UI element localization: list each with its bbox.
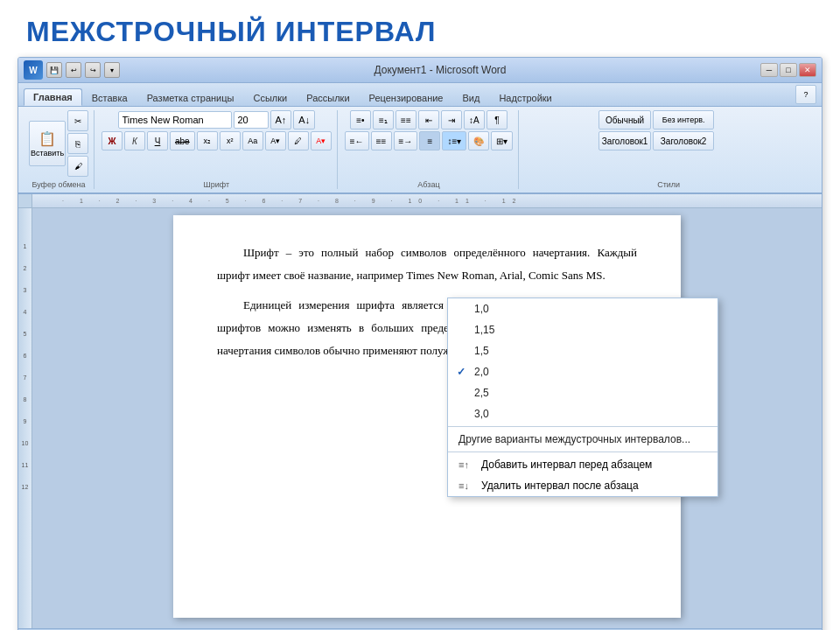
highlight-btn[interactable]: 🖊 <box>288 131 309 150</box>
tab-home[interactable]: Главная <box>24 88 82 106</box>
numbering-btn[interactable]: ≡₁ <box>373 110 394 130</box>
heading2-btn[interactable]: Заголовок2 <box>653 131 714 150</box>
align-justify-btn[interactable]: ≡ <box>419 131 440 150</box>
tab-mailings[interactable]: Рассылки <box>297 89 359 106</box>
ruler-horizontal: · 1 · 2 · 3 · 4 · 5 · 6 · 7 · 8 · 9 · 10… <box>32 194 822 208</box>
align-left-btn[interactable]: ≡← <box>345 131 369 150</box>
font-size-input[interactable] <box>234 111 269 129</box>
word-window: W 💾 ↩ ↪ ▾ Документ1 - Microsoft Word ─ □… <box>18 57 822 630</box>
dropdown-separator-2 <box>448 452 718 452</box>
subscript-btn[interactable]: x₂ <box>197 131 218 150</box>
italic-btn[interactable]: К <box>124 131 145 150</box>
heading1-btn[interactable]: Заголовок1 <box>598 131 651 150</box>
underline-btn[interactable]: Ч <box>147 131 168 150</box>
copy-btn[interactable]: ⎘ <box>67 133 88 154</box>
spacing-2-0[interactable]: 2,0 <box>448 361 718 382</box>
shading-btn[interactable]: 🎨 <box>468 131 489 150</box>
format-painter-btn[interactable]: 🖌 <box>67 156 88 177</box>
ribbon-toolbar: 📋 Вставить ✂ ⎘ 🖌 Буфер обмена A↑ A↓ Ж <box>18 107 822 194</box>
customize-btn[interactable]: ▾ <box>104 62 120 78</box>
tab-layout[interactable]: Разметка страницы <box>137 89 244 106</box>
quick-save-btn[interactable]: 💾 <box>46 62 62 78</box>
paragraph-group-label: Абзац <box>417 178 439 189</box>
page-title: МЕЖСТРОЧНЫЙ ИНТЕРВАЛ <box>0 0 840 57</box>
tab-view[interactable]: Вид <box>453 89 490 106</box>
tab-insert[interactable]: Вставка <box>82 89 137 106</box>
spacing-1-5[interactable]: 1,5 <box>448 340 718 361</box>
font-group-label: Шрифт <box>204 178 230 189</box>
paragraph-row1: ≡• ≡₁ ≡≡ ⇤ ⇥ ↕A ¶ <box>350 110 508 130</box>
help-btn[interactable]: ? <box>795 85 816 104</box>
dropdown-separator-1 <box>448 426 718 427</box>
add-before-icon: ≡↑ <box>458 459 474 470</box>
other-spacing-options[interactable]: Другие варианты междустрочных интервалов… <box>448 429 718 450</box>
align-center-btn[interactable]: ≡≡ <box>371 131 392 150</box>
bold-btn[interactable]: Ж <box>102 131 122 150</box>
undo-btn[interactable]: ↩ <box>66 62 81 78</box>
line-spacing-dropdown: 1,0 1,15 1,5 2,0 2,5 3,0 Другие варианты… <box>447 298 718 497</box>
font-group: A↑ A↓ Ж К Ч abe x₂ x² Aa A▾ 🖊 A▾ Шрифт <box>96 110 338 189</box>
increase-indent-btn[interactable]: ⇥ <box>441 110 462 130</box>
ruler-vertical: 123456789101112 <box>18 208 32 628</box>
shrink-font-btn[interactable]: A↓ <box>293 110 315 130</box>
decrease-indent-btn[interactable]: ⇤ <box>418 110 439 130</box>
font-row1: A↑ A↓ <box>118 110 316 130</box>
spacing-3-0[interactable]: 3,0 <box>448 403 718 424</box>
line-spacing-btn[interactable]: ↕≡▾ <box>442 131 466 150</box>
paragraph-1: Шрифт – это полный набор символов опреде… <box>217 242 637 287</box>
paste-icon: 📋 <box>38 130 56 147</box>
align-right-btn[interactable]: ≡→ <box>394 131 418 150</box>
no-spacing-btn[interactable]: Без интерв. <box>653 110 714 130</box>
bullets-btn[interactable]: ≡• <box>350 110 371 130</box>
minimize-btn[interactable]: ─ <box>760 63 778 77</box>
font-name-input[interactable] <box>118 111 232 129</box>
remove-after-label: Удалить интервал после абзаца <box>481 480 639 492</box>
borders-btn[interactable]: ⊞▾ <box>491 131 513 150</box>
add-before-label: Добавить интервал перед абзацем <box>481 458 652 471</box>
redo-btn[interactable]: ↪ <box>85 62 101 78</box>
clear-format-btn[interactable]: Aa <box>242 131 263 150</box>
font-row2: Ж К Ч abe x₂ x² Aa A▾ 🖊 A▾ <box>102 131 332 150</box>
normal-style-btn[interactable]: Обычный <box>598 110 651 130</box>
maximize-btn[interactable]: □ <box>780 63 797 77</box>
styles-group-label: Стили <box>657 178 680 189</box>
spacing-2-5[interactable]: 2,5 <box>448 382 718 403</box>
spacing-1-0[interactable]: 1,0 <box>448 298 718 319</box>
clipboard-row: 📋 Вставить ✂ ⎘ 🖌 <box>29 110 88 177</box>
window-title: Документ1 - Microsoft Word <box>284 64 597 76</box>
paragraph-group: ≡• ≡₁ ≡≡ ⇤ ⇥ ↕A ¶ ≡← ≡≡ ≡→ ≡ ↕≡▾ 🎨 ⊞▾ Аб… <box>340 110 520 189</box>
title-bar: W 💾 ↩ ↪ ▾ Документ1 - Microsoft Word ─ □… <box>18 58 822 83</box>
remove-spacing-after[interactable]: ≡↓ Удалить интервал после абзаца <box>448 475 718 496</box>
grow-font-btn[interactable]: A↑ <box>270 110 292 130</box>
styles-row: Обычный Без интерв. Заголовок1 Заголовок… <box>598 110 738 150</box>
paste-btn[interactable]: 📋 Вставить <box>29 121 66 166</box>
clipboard-group: 📋 Вставить ✂ ⎘ 🖌 Буфер обмена <box>24 110 94 189</box>
clipboard-label: Буфер обмена <box>32 178 85 189</box>
ribbon-tabs: Главная Вставка Разметка страницы Ссылки… <box>18 83 822 107</box>
window-controls: ─ □ ✕ <box>760 63 816 77</box>
styles-group: Обычный Без интерв. Заголовок1 Заголовок… <box>521 110 816 189</box>
superscript-btn[interactable]: x² <box>220 131 241 150</box>
strikethrough-btn[interactable]: abe <box>170 131 195 150</box>
multilevel-btn[interactable]: ≡≡ <box>396 110 416 130</box>
word-logo: W <box>24 60 43 80</box>
tab-references[interactable]: Ссылки <box>243 89 297 106</box>
spacing-1-15[interactable]: 1,15 <box>448 319 718 340</box>
cut-btn[interactable]: ✂ <box>67 110 88 131</box>
font-color-btn[interactable]: A▾ <box>311 131 332 150</box>
paste-label: Вставить <box>31 149 64 158</box>
paragraph-row2: ≡← ≡≡ ≡→ ≡ ↕≡▾ 🎨 ⊞▾ <box>345 131 514 150</box>
sort-btn[interactable]: ↕A <box>464 110 485 130</box>
show-marks-btn[interactable]: ¶ <box>486 110 508 130</box>
text-effects-btn[interactable]: A▾ <box>265 131 286 150</box>
tab-addins[interactable]: Надстройки <box>489 89 561 106</box>
close-btn[interactable]: ✕ <box>799 63 816 77</box>
remove-after-icon: ≡↓ <box>458 480 474 491</box>
add-spacing-before[interactable]: ≡↑ Добавить интервал перед абзацем <box>448 454 718 475</box>
tab-review[interactable]: Рецензирование <box>360 89 453 106</box>
